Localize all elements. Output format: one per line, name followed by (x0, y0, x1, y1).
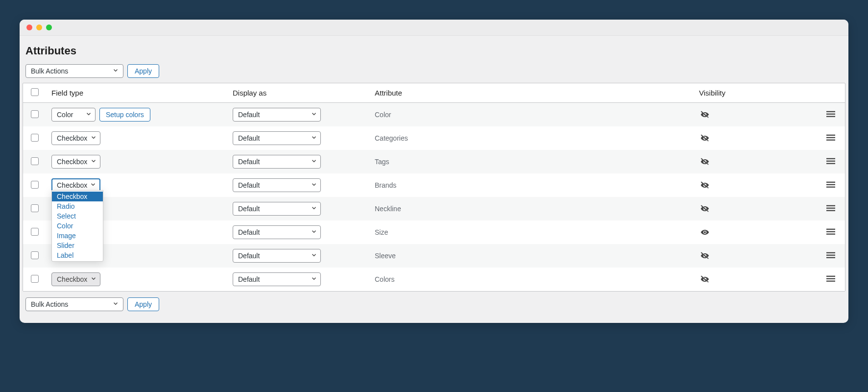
column-header-field-type: Field type (47, 83, 228, 103)
visibility-toggle-hidden[interactable] (699, 203, 711, 215)
display-as-select[interactable]: Default (233, 272, 321, 286)
chevron-down-icon (311, 275, 317, 284)
svg-rect-8 (826, 163, 835, 164)
svg-rect-4 (826, 137, 835, 138)
field-type-select[interactable]: Checkbox (51, 131, 100, 145)
apply-button[interactable]: Apply (127, 297, 159, 311)
chevron-down-icon (90, 181, 96, 190)
display-as-select[interactable]: Default (233, 202, 321, 216)
chevron-down-icon (311, 205, 317, 213)
visibility-toggle-hidden[interactable] (699, 156, 711, 168)
apply-button[interactable]: Apply (127, 64, 159, 78)
drag-handle-icon[interactable] (826, 181, 835, 188)
field-type-select[interactable]: CheckboxCheckboxRadioSelectColorImageSli… (51, 178, 100, 192)
svg-rect-7 (826, 160, 835, 161)
field-type-option[interactable]: Radio (52, 201, 103, 211)
field-type-option[interactable]: Checkbox (52, 192, 103, 201)
svg-rect-19 (826, 254, 835, 255)
bulk-actions-select[interactable]: Bulk Actions (25, 64, 123, 78)
chevron-down-icon (311, 158, 317, 166)
display-as-select[interactable]: Default (233, 225, 321, 239)
drag-handle-icon[interactable] (826, 158, 835, 165)
window-maximize-button[interactable] (46, 24, 52, 30)
attribute-name: Tags (375, 158, 389, 166)
display-as-select[interactable]: Default (233, 108, 321, 122)
field-type-option[interactable]: Select (52, 211, 103, 221)
drag-handle-icon[interactable] (826, 228, 835, 235)
row-checkbox[interactable] (31, 157, 39, 165)
drag-handle-icon[interactable] (826, 111, 835, 118)
visibility-toggle-hidden[interactable] (699, 250, 711, 262)
visibility-toggle-hidden[interactable] (699, 273, 711, 285)
row-checkbox[interactable] (31, 134, 39, 142)
field-type-select-value: Checkbox (57, 134, 87, 142)
display-as-select[interactable]: Default (233, 155, 321, 169)
chevron-down-icon (311, 181, 317, 190)
eye-slash-icon (700, 180, 710, 190)
svg-rect-15 (826, 228, 835, 229)
display-as-select-value: Default (238, 275, 260, 283)
column-header-display-as: Display as (228, 83, 370, 103)
chevron-down-icon (90, 158, 97, 166)
chevron-down-icon (90, 275, 97, 284)
field-type-option[interactable]: Slider (52, 241, 103, 250)
svg-rect-23 (826, 280, 835, 281)
row-checkbox[interactable] (31, 204, 39, 212)
attribute-name: Sleeve (375, 252, 396, 260)
page-title: Attributes (23, 42, 845, 64)
attribute-name: Color (375, 111, 391, 119)
visibility-toggle-visible[interactable] (699, 226, 711, 238)
drag-handle-icon[interactable] (826, 134, 835, 141)
visibility-toggle-hidden[interactable] (699, 179, 711, 191)
attribute-name: Size (375, 228, 388, 236)
chevron-down-icon (311, 111, 317, 119)
row-checkbox[interactable] (31, 275, 39, 283)
svg-rect-16 (826, 231, 835, 232)
window-close-button[interactable] (26, 24, 32, 30)
table-row: CheckboxDefaultTags (23, 150, 845, 173)
chevron-down-icon (311, 228, 317, 237)
window: Attributes Bulk Actions Apply Field type… (20, 20, 848, 323)
chevron-down-icon (311, 252, 317, 260)
bulk-actions-toolbar-top: Bulk Actions Apply (23, 64, 845, 83)
drag-handle-icon[interactable] (826, 275, 835, 282)
field-type-select[interactable]: Color (51, 108, 96, 122)
field-type-option[interactable]: Color (52, 221, 103, 231)
table-row: ColorSetup colorsDefaultColor (23, 103, 845, 127)
row-checkbox[interactable] (31, 110, 39, 118)
column-header-visibility: Visibility (694, 83, 821, 103)
field-type-dropdown: CheckboxRadioSelectColorImageSliderLabel (51, 190, 103, 262)
eye-slash-icon (700, 157, 710, 167)
attribute-name: Brands (375, 181, 396, 189)
field-type-option[interactable]: Image (52, 231, 103, 241)
display-as-select[interactable]: Default (233, 131, 321, 145)
drag-handle-icon[interactable] (826, 205, 835, 212)
visibility-toggle-hidden[interactable] (699, 109, 711, 121)
chevron-down-icon (112, 67, 119, 75)
drag-handle-icon[interactable] (826, 252, 835, 259)
display-as-select[interactable]: Default (233, 178, 321, 192)
display-as-select-value: Default (238, 158, 260, 166)
svg-rect-0 (826, 111, 835, 112)
row-checkbox[interactable] (31, 181, 39, 189)
field-type-select: Checkbox (51, 272, 100, 286)
svg-rect-1 (826, 113, 835, 114)
field-type-select[interactable]: Checkbox (51, 155, 100, 169)
bulk-actions-select-label: Bulk Actions (31, 300, 68, 308)
row-checkbox[interactable] (31, 251, 39, 259)
select-all-checkbox[interactable] (31, 88, 39, 96)
bulk-actions-select[interactable]: Bulk Actions (25, 297, 123, 311)
display-as-select-value: Default (238, 228, 260, 236)
display-as-select-value: Default (238, 181, 260, 189)
eye-icon (700, 227, 710, 237)
bulk-actions-toolbar-bottom: Bulk Actions Apply (23, 292, 845, 316)
display-as-select[interactable]: Default (233, 249, 321, 263)
field-type-option[interactable]: Label (52, 250, 103, 260)
window-minimize-button[interactable] (36, 24, 42, 30)
svg-rect-22 (826, 278, 835, 279)
setup-colors-button[interactable]: Setup colors (99, 108, 150, 122)
field-type-select-value: Checkbox (57, 158, 87, 166)
visibility-toggle-hidden[interactable] (699, 132, 711, 144)
row-checkbox[interactable] (31, 228, 39, 236)
attributes-table: Field type Display as Attribute Visibili… (23, 83, 845, 292)
